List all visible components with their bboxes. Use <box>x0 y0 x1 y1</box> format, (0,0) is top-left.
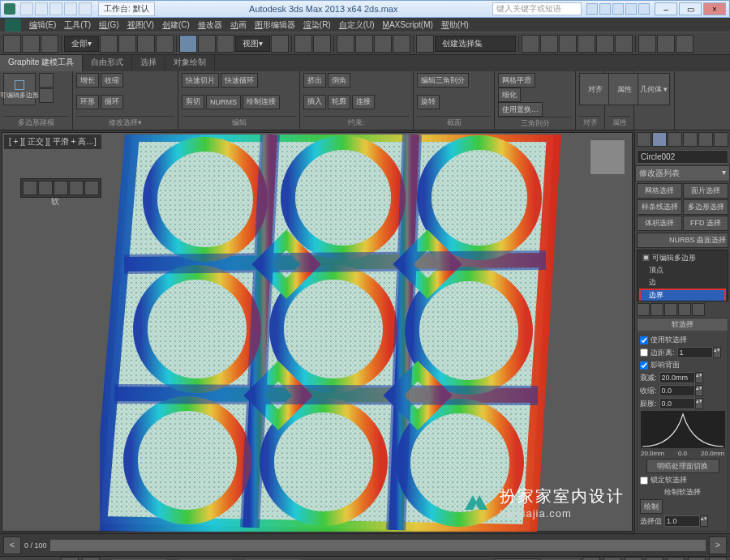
align-button[interactable] <box>540 35 558 53</box>
bevel-button[interactable]: 倒角 <box>328 73 350 88</box>
menu-item[interactable]: 创建(C) <box>159 19 193 32</box>
modifier-stack[interactable]: ▣ 可编辑多边形 顶点 边 边界 多边形 元素 <box>637 250 728 301</box>
viewport-nav-button[interactable] <box>646 557 663 561</box>
rotate-button[interactable] <box>198 35 216 53</box>
subobj-edge-button[interactable] <box>39 88 54 103</box>
soft-sel-button[interactable] <box>69 181 84 195</box>
keyboard-shortcut-button[interactable] <box>313 35 331 53</box>
selval-field[interactable] <box>664 515 700 527</box>
display-tab-icon[interactable] <box>698 132 713 147</box>
menu-item[interactable]: MAXScript(M) <box>380 19 436 30</box>
curve-editor-button[interactable] <box>578 35 595 53</box>
viewport-label[interactable]: [ + ][ 正交 ][ 平滑 + 高…] <box>4 135 101 149</box>
lock-soft-checkbox[interactable] <box>640 477 648 485</box>
spinner-icon[interactable]: ▴▾ <box>713 347 721 358</box>
menu-item[interactable]: 动画 <box>227 19 250 32</box>
pivot-center-button[interactable] <box>271 35 289 53</box>
angle-snap-button[interactable] <box>355 35 373 53</box>
subobj-border[interactable]: 边界 <box>639 289 726 301</box>
workspace-selector[interactable]: 工作台: 默认 <box>98 2 155 16</box>
sel-mod-button[interactable]: FFD 选择 <box>683 216 728 231</box>
menu-item[interactable]: 工具(T) <box>61 19 94 32</box>
render-button[interactable] <box>676 35 694 53</box>
affect-backface-checkbox[interactable] <box>640 361 648 370</box>
subobj-vertex-button[interactable] <box>39 73 54 88</box>
timeline-button[interactable]: < <box>3 536 21 554</box>
modify-tab-icon[interactable] <box>652 132 667 147</box>
select-link-button[interactable] <box>3 35 21 53</box>
modstack-item[interactable]: ▣ 可编辑多边形 <box>639 252 726 264</box>
menu-item[interactable]: 组(G) <box>96 19 122 32</box>
minimize-button[interactable]: – <box>655 2 677 15</box>
soft-sel-button[interactable] <box>84 181 99 195</box>
maximize-button[interactable]: ▭ <box>679 2 702 15</box>
nurms-button[interactable]: NURMS <box>206 95 241 109</box>
viewport-nav-button[interactable] <box>709 557 727 561</box>
help-icon[interactable] <box>638 3 650 15</box>
sel-mod-button[interactable]: 样条线选择 <box>637 199 682 215</box>
spinner-icon[interactable]: ▴▾ <box>695 372 703 383</box>
motion-tab-icon[interactable] <box>683 132 698 147</box>
render-frame-button[interactable] <box>657 35 675 53</box>
play-prev-button[interactable]: ⏮ <box>582 557 600 561</box>
pinch-field[interactable] <box>659 385 695 396</box>
grow-button[interactable]: 增长 <box>76 73 99 88</box>
soft-sel-button[interactable] <box>23 181 37 195</box>
paint-button[interactable]: 绘制 <box>640 499 663 514</box>
menu-item[interactable]: 图形编辑器 <box>251 19 298 32</box>
inset-button[interactable]: 插入 <box>303 95 326 109</box>
move-button[interactable] <box>179 35 197 53</box>
menu-item[interactable]: 修改器 <box>195 19 225 32</box>
ref-coord-dropdown[interactable]: 视图 ▾ <box>235 36 270 52</box>
soft-sel-button[interactable] <box>54 181 68 195</box>
select-region-button[interactable] <box>137 35 155 53</box>
menu-item[interactable]: 自定义(U) <box>336 19 378 32</box>
select-object-button[interactable] <box>100 35 118 53</box>
paint-connect-button[interactable]: 绘制连接 <box>243 95 280 109</box>
viewport-nav-button[interactable] <box>688 557 706 561</box>
spinner-icon[interactable]: ▴▾ <box>700 515 708 527</box>
spinner-icon[interactable]: ▴▾ <box>695 398 703 409</box>
edge-dist-field[interactable] <box>677 347 713 358</box>
subobj-vertex[interactable]: 顶点 <box>639 264 726 276</box>
named-selection-dropdown[interactable]: 创建选择集 <box>435 36 516 52</box>
app-menu-icon[interactable] <box>5 19 21 32</box>
sel-mod-button[interactable]: 面片选择 <box>683 183 728 199</box>
sel-mod-button[interactable]: 体积选择 <box>637 216 682 231</box>
close-button[interactable]: × <box>703 2 726 15</box>
edge-dist-checkbox[interactable] <box>640 348 648 357</box>
percent-snap-button[interactable] <box>374 35 392 53</box>
object-name-field[interactable]: Circle002 <box>637 150 728 164</box>
play-next-button[interactable]: ⏭ <box>625 557 642 561</box>
extrude-button[interactable]: 挤出 <box>303 73 326 88</box>
material-editor-button[interactable] <box>615 35 633 53</box>
meshsmooth-button[interactable]: 网格平滑 <box>498 73 535 88</box>
signin-icon[interactable] <box>599 3 611 15</box>
show-end-button[interactable] <box>651 303 663 316</box>
spinner-icon[interactable]: ▴▾ <box>695 385 703 396</box>
cut-button[interactable]: 剪切 <box>182 95 204 109</box>
render-setup-button[interactable] <box>638 35 656 53</box>
manipulate-button[interactable] <box>294 35 312 53</box>
ribbon-tab-graphite[interactable]: Graphite 建模工具 <box>0 55 83 71</box>
shaded-toggle-button[interactable]: 明暗处理面切换 <box>646 459 719 473</box>
use-soft-sel-checkbox[interactable] <box>640 336 648 344</box>
outline-button[interactable]: 轮廓 <box>328 95 350 109</box>
quickloop-button[interactable]: 快速循环 <box>221 73 258 88</box>
named-selection-button[interactable] <box>416 35 434 53</box>
isolate-button[interactable] <box>82 557 100 561</box>
ribbon-tab-selection[interactable]: 选择 <box>132 55 165 71</box>
ring-button[interactable]: 环形 <box>76 95 99 109</box>
selection-filter-dropdown[interactable]: 全部 ▾ <box>64 36 99 52</box>
rollout-header[interactable]: 软选择 <box>638 318 728 331</box>
sel-mod-button[interactable]: 网格选择 <box>637 183 682 199</box>
editable-poly-button[interactable]: 可编辑多边形 <box>3 73 36 105</box>
exchange-icon[interactable] <box>612 3 624 15</box>
time-slider-track[interactable] <box>50 540 706 551</box>
search-icon[interactable] <box>586 3 598 15</box>
soft-sel-button[interactable] <box>38 181 53 195</box>
snap-toggle-button[interactable] <box>337 35 354 53</box>
lock-selection-button[interactable]: 🔒 <box>61 557 79 561</box>
configure-button[interactable] <box>692 303 705 316</box>
remove-mod-button[interactable] <box>678 303 691 316</box>
